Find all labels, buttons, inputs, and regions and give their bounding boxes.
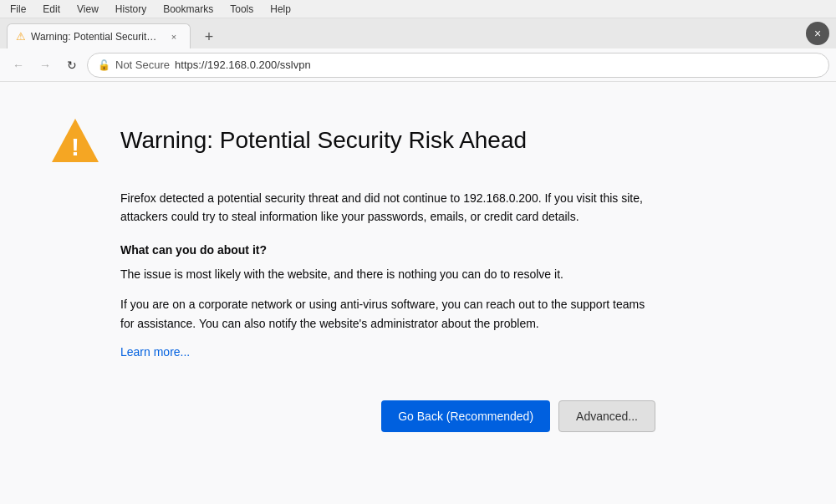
- forward-button[interactable]: →: [33, 53, 57, 77]
- menu-view[interactable]: View: [74, 2, 102, 17]
- address-bar[interactable]: 🔓 Not Secure https://192.168.0.200/sslvp…: [87, 53, 829, 78]
- new-tab-button[interactable]: +: [197, 25, 221, 48]
- menu-edit[interactable]: Edit: [39, 2, 64, 17]
- not-secure-label: Not Secure: [115, 59, 170, 71]
- lock-icon: 🔓: [98, 59, 110, 71]
- reload-button[interactable]: ↻: [60, 53, 84, 77]
- warning-header: ! Warning: Potential Security Risk Ahead: [50, 115, 786, 165]
- active-tab[interactable]: ⚠ Warning: Potential Security Risk... ×: [7, 23, 191, 48]
- menu-file[interactable]: File: [7, 2, 29, 17]
- menu-tools[interactable]: Tools: [227, 2, 257, 17]
- menu-help[interactable]: Help: [267, 2, 294, 17]
- svg-text:!: !: [71, 133, 79, 160]
- menu-bookmarks[interactable]: Bookmarks: [160, 2, 217, 17]
- warning-triangle-icon: !: [50, 115, 100, 165]
- menu-bar: File Edit View History Bookmarks Tools H…: [0, 0, 836, 18]
- action-buttons: Go Back (Recommended) Advanced...: [120, 400, 655, 432]
- page-content: ! Warning: Potential Security Risk Ahead…: [0, 82, 836, 504]
- advanced-button[interactable]: Advanced...: [558, 400, 655, 432]
- window-close-button[interactable]: ×: [806, 22, 829, 45]
- warning-description: Firefox detected a potential security th…: [120, 189, 655, 227]
- warning-body: Firefox detected a potential security th…: [120, 189, 655, 432]
- back-button[interactable]: ←: [7, 53, 30, 77]
- tab-bar: ⚠ Warning: Potential Security Risk... × …: [0, 18, 836, 48]
- nav-bar: ← → ↻ 🔓 Not Secure https://192.168.0.200…: [0, 48, 836, 82]
- what-to-do-text-2: If you are on a corporate network or usi…: [120, 295, 655, 333]
- go-back-button[interactable]: Go Back (Recommended): [381, 400, 550, 432]
- tab-close-button[interactable]: ×: [166, 29, 181, 44]
- warning-title: Warning: Potential Security Risk Ahead: [120, 127, 527, 154]
- tab-title: Warning: Potential Security Risk...: [31, 31, 161, 43]
- what-to-do-text-1: The issue is most likely with the websit…: [120, 265, 655, 283]
- learn-more-link[interactable]: Learn more...: [120, 345, 190, 359]
- menu-history[interactable]: History: [112, 2, 150, 17]
- url-display: https://192.168.0.200/sslvpn: [175, 59, 311, 71]
- what-to-do-title: What can you do about it?: [120, 243, 655, 257]
- tab-warning-icon: ⚠: [16, 30, 26, 43]
